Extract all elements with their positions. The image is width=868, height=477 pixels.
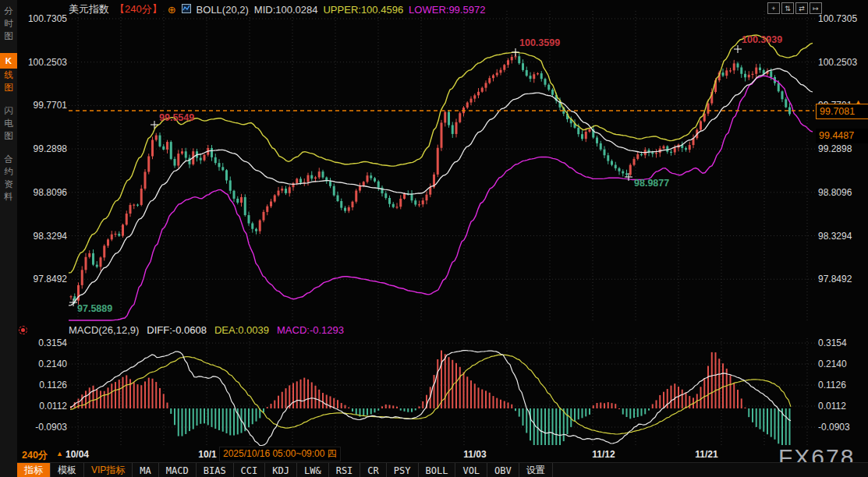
candle-body xyxy=(589,129,591,132)
macd-hist-bar xyxy=(496,398,498,408)
toolbar-item-LW&[interactable]: LW& xyxy=(297,463,329,477)
candle-body xyxy=(370,175,372,178)
macd-hist-bar xyxy=(778,408,779,443)
indicator-toolbar: 指标模板VIP指标MAMACDBIASCCIKDJLW&RSICRPSYBOLL… xyxy=(17,462,868,477)
zoom-y-axis-icon[interactable]: ⇅ xyxy=(781,2,794,14)
toolbar-item-模板[interactable]: 模板 xyxy=(51,463,84,477)
toolbar-item-MA[interactable]: MA xyxy=(133,463,158,477)
period-label[interactable]: 【240分】 xyxy=(115,2,162,16)
macd-hist-bar xyxy=(285,388,287,408)
macd-hist-bar xyxy=(737,390,739,408)
toolbar-item-VOL[interactable]: VOL xyxy=(455,463,487,477)
toolbar-item-CCI[interactable]: CCI xyxy=(234,463,266,477)
candle-body xyxy=(126,214,128,224)
macd-hist-bar xyxy=(311,382,313,408)
price-axis-label: 100.2503 xyxy=(22,57,67,68)
macd-hist-bar xyxy=(515,408,516,411)
candle-body xyxy=(633,159,636,165)
macd-hist-bar xyxy=(178,408,179,436)
macd-hist-bar xyxy=(163,394,165,408)
timeframe-dropdown-icon[interactable]: ▲ xyxy=(56,450,63,458)
add-overlay-icon[interactable]: ⊕ xyxy=(168,4,176,16)
macd-hist-bar xyxy=(756,408,757,427)
candle-body xyxy=(515,56,517,57)
macd-hist-bar xyxy=(604,403,605,408)
symbol-name: 美元指数 xyxy=(69,2,109,16)
macd-hist-bar xyxy=(167,403,168,408)
macd-hist-bar xyxy=(722,363,724,408)
macd-hist-bar xyxy=(111,383,112,408)
toolbar-item-KDJ[interactable]: KDJ xyxy=(265,463,297,477)
macd-label: MACD(26,12,9) xyxy=(69,324,139,336)
toolbar-item-CR[interactable]: CR xyxy=(360,463,386,477)
alarm-icon[interactable] xyxy=(19,326,27,334)
candle-body xyxy=(733,63,735,70)
boll-label: BOLL(20,2) xyxy=(197,4,249,16)
macd-hist-bar xyxy=(574,408,576,421)
pan-tool-icon[interactable]: + xyxy=(767,2,780,14)
macd-header: MACD(26,12,9) DIFF:-0.0608 DEA:0.0039 MA… xyxy=(69,324,344,336)
toolbar-item-RSI[interactable]: RSI xyxy=(329,463,361,477)
toolbar-item-设置[interactable]: 设置 xyxy=(519,463,553,477)
macd-hist-bar xyxy=(211,408,213,427)
candle-body xyxy=(518,56,520,63)
macd-hist-bar xyxy=(389,405,391,408)
candle-body xyxy=(118,234,120,236)
toolbar-item-指标[interactable]: 指标 xyxy=(17,463,51,477)
macd-hist-bar xyxy=(292,383,294,408)
price-axis-label: 97.8492 xyxy=(818,274,863,284)
sidebar-tab-4[interactable]: 合约资料 xyxy=(0,153,17,203)
macd-hist-bar xyxy=(159,388,161,408)
candle-body xyxy=(452,125,454,134)
macd-axis-label: 0.1126 xyxy=(22,380,67,390)
macd-hist-bar xyxy=(337,400,338,408)
macd-hist-bar xyxy=(500,400,501,408)
candle-body xyxy=(344,208,346,211)
macd-hist-bar xyxy=(108,387,109,408)
sidebar-tab-2[interactable]: K线图 xyxy=(0,53,17,94)
toolbar-item-VIP指标[interactable]: VIP指标 xyxy=(84,463,133,477)
candle-body xyxy=(781,91,784,99)
candle-body xyxy=(133,205,135,206)
sidebar-tab-char: 图 xyxy=(0,30,17,42)
macd-hist-bar xyxy=(544,408,546,445)
toolbar-item-MACD[interactable]: MACD xyxy=(159,463,197,477)
candle-body xyxy=(470,99,473,103)
macd-hist-bar xyxy=(540,408,542,445)
toolbar-item-PSY[interactable]: PSY xyxy=(387,463,419,477)
candle-body xyxy=(403,193,406,199)
shift-right-icon[interactable]: ↦ xyxy=(810,2,822,14)
macd-axis-label: 0.3154 xyxy=(818,337,863,348)
price-axis-label: 99.2898 xyxy=(818,143,863,154)
macd-hist-bar xyxy=(537,408,539,445)
candle-body xyxy=(181,151,183,154)
macd-hist-bar xyxy=(663,392,664,408)
macd-hist-bar xyxy=(633,408,635,418)
toolbar-item-BIAS[interactable]: BIAS xyxy=(197,463,234,477)
macd-hist-bar xyxy=(129,379,131,408)
toolbar-item-OBV[interactable]: OBV xyxy=(487,463,519,477)
candle-body xyxy=(655,153,657,154)
toolbar-item-BOLL[interactable]: BOLL xyxy=(419,463,456,477)
chart-canvas[interactable] xyxy=(0,0,868,477)
macd-hist-bar xyxy=(485,390,487,408)
sidebar-tab-1[interactable]: 分时图 xyxy=(0,5,17,42)
candle-body xyxy=(155,136,158,140)
candle-body xyxy=(147,156,150,171)
zoom-x-axis-icon[interactable]: ⇄ xyxy=(795,2,808,14)
candle-body xyxy=(622,171,624,174)
timeframe-label[interactable]: 240分 xyxy=(22,449,48,462)
candle-body xyxy=(737,63,739,67)
candle-body xyxy=(748,75,750,77)
candle-body xyxy=(85,257,87,270)
macd-hist-bar xyxy=(567,408,569,434)
price-axis-label: 98.3294 xyxy=(22,231,67,242)
macd-hist-bar xyxy=(733,383,735,408)
candle-body xyxy=(170,142,172,159)
macd-hist-bar xyxy=(555,408,557,445)
candle-body xyxy=(507,60,509,65)
sidebar-tab-3[interactable]: 闪电图 xyxy=(0,104,17,142)
price-axis-label: 99.7701 xyxy=(22,100,67,111)
candle-body xyxy=(159,136,161,147)
macd-hist-bar xyxy=(348,408,349,408)
